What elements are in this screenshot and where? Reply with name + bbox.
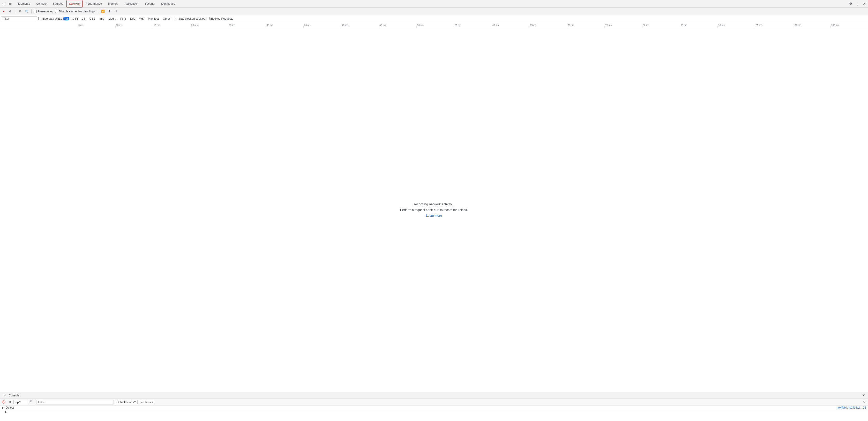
- console-close-button[interactable]: ✕: [861, 393, 866, 398]
- log-entry-source[interactable]: newTab.js?b2415a2…:22: [837, 406, 866, 409]
- ruler-tick-label: 25 ms: [228, 22, 235, 28]
- ruler-tick-line: [78, 26, 78, 28]
- tab-icons-group: ⬡ ▭: [1, 1, 13, 7]
- ruler-tick: 85 ms: [680, 22, 687, 28]
- filter-type-all[interactable]: All: [63, 17, 69, 21]
- empty-state-line2-post: to record the reload.: [439, 208, 468, 212]
- export-icon[interactable]: ⬇: [114, 9, 119, 14]
- ruler-tick-label: 30 ms: [266, 22, 273, 28]
- wifi-icon[interactable]: 📶: [100, 9, 105, 14]
- console-drawer: ☰ Console ✕ 🚫 ⏸ top ▾ 👁 Default levels ▾…: [0, 392, 868, 421]
- tab-security[interactable]: Security: [142, 0, 158, 8]
- filter-input[interactable]: [1, 16, 37, 21]
- tab-lighthouse[interactable]: Lighthouse: [158, 0, 178, 8]
- ruler-tick: 45 ms: [379, 22, 386, 28]
- disable-cache-checkbox[interactable]: [55, 10, 58, 13]
- record-button[interactable]: ●: [1, 9, 6, 14]
- tab-network[interactable]: Network: [66, 0, 83, 8]
- blocked-requests-checkbox[interactable]: [206, 17, 210, 20]
- ruler-tick-label: 95 ms: [755, 22, 762, 28]
- throttle-label: No throttling: [79, 10, 94, 13]
- timeline-ruler: 5 ms10 ms15 ms20 ms25 ms30 ms35 ms40 ms4…: [0, 22, 868, 28]
- default-levels-text: Default levels: [117, 400, 134, 404]
- tab-sources[interactable]: Sources: [50, 0, 66, 8]
- filter-type-xhr[interactable]: XHR: [70, 17, 80, 21]
- ruler-tick: 80 ms: [642, 22, 649, 28]
- device-icon[interactable]: ▭: [7, 1, 13, 7]
- close-devtools-icon[interactable]: ✕: [861, 1, 867, 7]
- ruler-tick-label: 50 ms: [416, 22, 424, 28]
- settings-icon[interactable]: ⚙: [848, 1, 854, 7]
- filter-type-doc[interactable]: Doc: [128, 17, 137, 21]
- disable-cache-label[interactable]: Disable cache: [55, 10, 77, 13]
- ruler-tick-label: 40 ms: [341, 22, 348, 28]
- blocked-requests-label[interactable]: Blocked Requests: [206, 17, 233, 20]
- search-icon[interactable]: 🔍: [24, 9, 29, 14]
- empty-state-line2-pre: Perform a request or hit: [400, 208, 433, 212]
- blocked-requests-text: Blocked Requests: [210, 17, 233, 20]
- context-selector[interactable]: top ▾: [13, 400, 29, 404]
- context-arrow-icon: ▾: [19, 400, 21, 404]
- console-toggle-icon[interactable]: ☰: [2, 393, 7, 398]
- ruler-tick: 25 ms: [228, 22, 235, 28]
- ruler-tick: 90 ms: [717, 22, 725, 28]
- ruler-tick: 40 ms: [341, 22, 348, 28]
- tab-elements[interactable]: Elements: [15, 0, 33, 8]
- clear-button[interactable]: ⊘: [8, 9, 13, 14]
- hide-data-urls-checkbox[interactable]: [38, 17, 41, 20]
- ruler-tick: 35 ms: [303, 22, 311, 28]
- eye-icon[interactable]: 👁: [30, 399, 35, 405]
- inspect-icon[interactable]: ⬡: [1, 1, 7, 7]
- filter-type-media[interactable]: Media: [107, 17, 118, 21]
- ruler-tick-line: [228, 26, 228, 28]
- tab-memory[interactable]: Memory: [105, 0, 122, 8]
- preserve-log-label[interactable]: Preserve log: [34, 10, 54, 13]
- preserve-log-text: Preserve log: [37, 10, 54, 13]
- no-issues-text: No Issues: [141, 400, 153, 404]
- ruler-tick-label: 10 ms: [115, 22, 123, 28]
- ruler-tick-label: 55 ms: [454, 22, 461, 28]
- tab-console[interactable]: Console: [33, 0, 50, 8]
- filter-type-font[interactable]: Font: [119, 17, 127, 21]
- console-drawer-title: Console: [9, 394, 19, 397]
- learn-more-link[interactable]: Learn more: [426, 214, 442, 218]
- clear-console-button[interactable]: 🚫: [1, 399, 6, 405]
- throttle-select[interactable]: No throttling ▾: [79, 9, 96, 13]
- log-entry-2[interactable]: ▶: [0, 410, 868, 414]
- console-settings-icon[interactable]: ⚙: [862, 399, 867, 405]
- log-chevron-icon[interactable]: ▶: [2, 406, 4, 409]
- ruler-tick-label: 100 ms: [793, 22, 801, 28]
- ruler-tick-label: 20 ms: [191, 22, 198, 28]
- filter-type-manifest[interactable]: Manifest: [146, 17, 160, 21]
- more-options-icon[interactable]: ⋮: [855, 1, 860, 7]
- has-blocked-cookies-checkbox[interactable]: [175, 17, 178, 20]
- throttle-arrow-icon: ▾: [94, 9, 96, 13]
- empty-state-line1: Recording network activity…: [413, 202, 456, 206]
- console-filter-input[interactable]: [36, 400, 114, 404]
- filter-type-img[interactable]: Img: [98, 17, 106, 21]
- disable-cache-text: Disable cache: [59, 10, 77, 13]
- console-drawer-header: ☰ Console ✕: [0, 392, 868, 399]
- pause-button[interactable]: ⏸: [7, 399, 12, 405]
- filter-type-other[interactable]: Other: [161, 17, 172, 21]
- log-entry-value: Object: [6, 406, 14, 409]
- tab-performance[interactable]: Performance: [83, 0, 105, 8]
- no-issues-button[interactable]: No Issues: [138, 400, 155, 404]
- reload-shortcut: ⌘ R: [433, 208, 439, 212]
- hide-data-urls-label[interactable]: Hide data URLs: [38, 17, 62, 20]
- filter-type-js[interactable]: JS: [81, 17, 87, 21]
- ruler-tick-label: 65 ms: [529, 22, 536, 28]
- log-chevron-icon-2[interactable]: ▶: [5, 411, 7, 413]
- default-levels-selector[interactable]: Default levels ▾: [115, 400, 137, 404]
- filter-icon[interactable]: ▽: [17, 9, 23, 14]
- has-blocked-cookies-label[interactable]: Has blocked cookies: [175, 17, 205, 20]
- ruler-tick-line: [379, 26, 379, 28]
- tab-application[interactable]: Application: [122, 0, 142, 8]
- log-entry-object[interactable]: ▶ Object newTab.js?b2415a2…:22: [0, 406, 868, 410]
- ruler-tick-label: 85 ms: [680, 22, 687, 28]
- filter-type-ws[interactable]: WS: [137, 17, 145, 21]
- import-icon[interactable]: ⬆: [107, 9, 112, 14]
- preserve-log-checkbox[interactable]: [34, 10, 37, 13]
- filter-type-css[interactable]: CSS: [88, 17, 97, 21]
- ruler-tick-label: 5 ms: [78, 22, 84, 28]
